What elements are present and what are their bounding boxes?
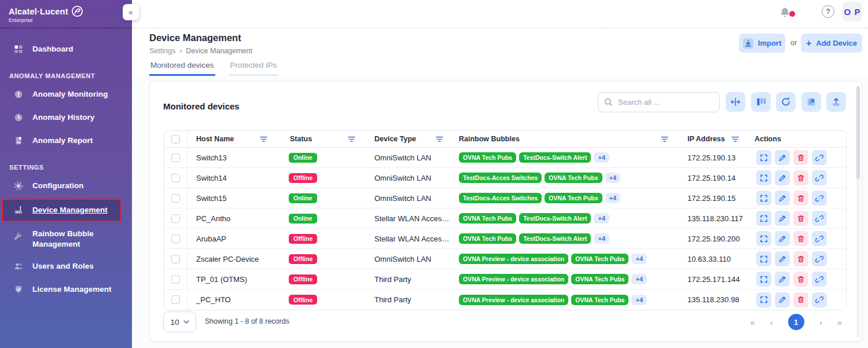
expand-device-button[interactable] — [756, 211, 771, 226]
bubble-overflow-badge[interactable]: +4 — [631, 274, 647, 284]
fit-columns-button[interactable] — [726, 92, 745, 112]
sidebar-item-users-and-roles[interactable]: Users and Roles — [0, 255, 132, 278]
delete-device-button[interactable] — [793, 150, 808, 165]
unlink-icon — [815, 174, 823, 182]
expand-device-button[interactable] — [756, 251, 771, 266]
avatar[interactable]: O P — [843, 2, 862, 21]
sidebar-item-anomaly-monitoring[interactable]: Anomaly Monitoring — [0, 83, 132, 106]
row-checkbox[interactable] — [171, 194, 180, 203]
table-row: Switch15 Online OmniSwitch LAN TestDocs-… — [164, 188, 846, 208]
current-page-button[interactable]: 1 — [788, 314, 804, 330]
edit-device-button[interactable] — [775, 150, 790, 165]
unbind-device-button[interactable] — [812, 272, 827, 287]
tab-monitored-devices[interactable]: Monitored devices — [149, 60, 215, 76]
expand-device-button[interactable] — [756, 292, 771, 307]
edit-device-button[interactable] — [775, 251, 790, 266]
import-button[interactable]: Import — [739, 34, 785, 53]
bubble-overflow-badge[interactable]: +4 — [605, 193, 621, 203]
edit-device-button[interactable] — [775, 211, 790, 226]
filter-icon[interactable] — [260, 136, 267, 142]
last-page-button[interactable]: » — [837, 317, 842, 327]
export-button[interactable] — [826, 92, 846, 112]
export-icon — [831, 97, 841, 107]
row-checkbox[interactable] — [171, 214, 180, 223]
unbind-device-button[interactable] — [812, 211, 827, 226]
plus-icon: + — [806, 39, 811, 48]
vertical-scrollbar[interactable] — [856, 86, 860, 338]
edit-device-button[interactable] — [775, 272, 790, 287]
sidebar-item-configuration[interactable]: Configuration — [0, 174, 132, 197]
delete-device-button[interactable] — [793, 251, 808, 266]
help-icon[interactable]: ? — [822, 5, 834, 18]
rainbow-bubble: OVNA Tech Pubs — [459, 213, 516, 224]
table-row: ArubaAP Offline Stellar WLAN Access... O… — [164, 229, 846, 249]
notifications-bell-icon[interactable] — [779, 6, 792, 19]
filter-icon[interactable] — [348, 136, 355, 142]
unbind-device-button[interactable] — [812, 231, 827, 246]
sidebar-item-license-management[interactable]: License Management — [0, 278, 132, 301]
edit-device-button[interactable] — [775, 191, 790, 206]
row-checkbox[interactable] — [171, 255, 180, 263]
refresh-button[interactable] — [776, 92, 796, 112]
delete-device-button[interactable] — [793, 191, 808, 206]
delete-device-button[interactable] — [793, 292, 808, 307]
table-row: PC_Antho Online Stellar WLAN Access... O… — [164, 208, 846, 229]
bubble-overflow-badge[interactable]: +4 — [605, 173, 621, 183]
filter-icon[interactable] — [436, 136, 443, 142]
bubble-overflow-badge[interactable]: +4 — [631, 295, 647, 305]
unlink-icon — [815, 153, 823, 162]
expand-device-button[interactable] — [756, 170, 771, 185]
sidebar-item-rainbow-bubble-management[interactable]: Rainbow Bubble Management — [0, 223, 132, 255]
unbind-device-button[interactable] — [812, 251, 827, 266]
prev-page-button[interactable]: ‹ — [770, 317, 773, 327]
delete-device-button[interactable] — [793, 272, 808, 287]
row-checkbox[interactable] — [171, 295, 180, 304]
search-input[interactable] — [598, 92, 720, 112]
filter-icon[interactable] — [731, 136, 739, 142]
edit-device-button[interactable] — [775, 170, 790, 185]
bubble-overflow-badge[interactable]: +4 — [631, 254, 647, 264]
next-page-button[interactable]: › — [819, 317, 822, 327]
section-settings: SETTINGS — [0, 152, 132, 174]
bubble-overflow-badge[interactable]: +4 — [594, 152, 609, 163]
expand-device-button[interactable] — [756, 191, 771, 206]
rainbow-bubble: OVNA Tech Pubs — [571, 274, 628, 284]
row-checkbox[interactable] — [171, 153, 180, 162]
sidebar: Alcatel·Lucent Enterprise Dashboard ANOM… — [0, 0, 132, 348]
add-device-button[interactable]: + Add Device — [801, 34, 862, 53]
unbind-device-button[interactable] — [812, 292, 827, 307]
row-checkbox[interactable] — [171, 174, 180, 182]
expand-device-button[interactable] — [756, 150, 771, 165]
columns-button[interactable] — [751, 92, 771, 112]
edit-device-button[interactable] — [775, 231, 790, 246]
sidebar-collapse-button[interactable]: « — [123, 4, 139, 20]
select-all-checkbox[interactable] — [171, 135, 180, 144]
expand-device-button[interactable] — [756, 272, 771, 287]
row-checkbox[interactable] — [171, 275, 180, 284]
sidebar-item-dashboard[interactable]: Dashboard — [0, 38, 132, 61]
wrench-icon — [13, 231, 24, 243]
filter-icon[interactable] — [661, 136, 668, 142]
breadcrumb-root[interactable]: Settings — [149, 47, 175, 55]
bubble-overflow-badge[interactable]: +4 — [594, 233, 609, 244]
unbind-device-button[interactable] — [812, 150, 827, 165]
unbind-device-button[interactable] — [812, 191, 827, 206]
bubble-overflow-badge[interactable]: +4 — [594, 213, 609, 224]
sidebar-item-device-management[interactable]: Device Management — [2, 199, 122, 222]
delete-device-button[interactable] — [793, 231, 808, 246]
scrollbar-thumb[interactable] — [856, 86, 860, 179]
tab-protected-ips[interactable]: Protected IPs — [229, 60, 278, 76]
sidebar-item-anomaly-report[interactable]: Anomaly Report — [0, 129, 132, 152]
open-external-button[interactable] — [801, 92, 821, 112]
host-name: Switch13 — [187, 153, 281, 162]
row-checkbox[interactable] — [171, 235, 180, 243]
sidebar-item-anomaly-history[interactable]: Anomaly History — [0, 106, 132, 129]
first-page-button[interactable]: « — [750, 317, 755, 327]
expand-device-button[interactable] — [756, 231, 771, 246]
delete-device-button[interactable] — [793, 170, 808, 185]
unbind-device-button[interactable] — [812, 170, 827, 185]
page-size-select[interactable]: 10 — [163, 312, 196, 332]
delete-device-button[interactable] — [793, 211, 808, 226]
edit-device-button[interactable] — [775, 292, 790, 307]
status-badge: Offline — [289, 274, 317, 284]
